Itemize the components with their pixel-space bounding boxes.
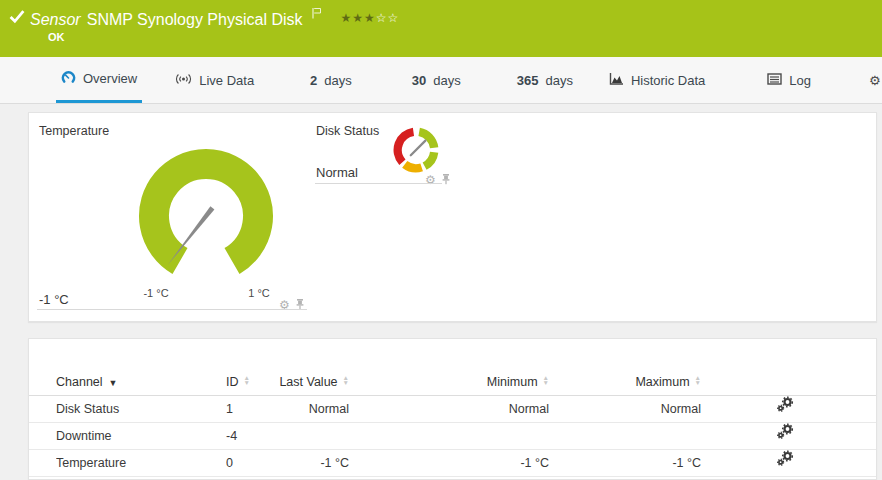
disk-status-current-value: Normal (316, 165, 358, 180)
cell-last-value (259, 423, 349, 450)
temperature-gauge (136, 144, 276, 288)
gauge-needle (411, 141, 426, 156)
channel-settings-gears-icon[interactable] (776, 450, 794, 477)
sort-desc-icon: ▼ (109, 378, 118, 388)
channel-table: Channel▼ ID▲▼ Last Value▲▼ Minimum▲▼ Max… (29, 369, 876, 477)
cell-minimum (349, 423, 549, 450)
tab-bar: Overview Live Data 2 days 30 days 365 da… (0, 57, 882, 104)
table-row: Temperature 0 -1 °C -1 °C -1 °C (29, 450, 876, 477)
object-type-label: Sensor (30, 11, 81, 28)
ok-check-icon (9, 9, 25, 28)
disk-status-gauge-title: Disk Status (316, 124, 379, 138)
column-header-minimum[interactable]: Minimum▲▼ (349, 369, 549, 396)
cell-channel: Temperature (56, 450, 226, 477)
disk-status-gauge (393, 127, 439, 177)
gear-icon: ⚙ (869, 73, 881, 88)
tab-30-days[interactable]: 30 days (407, 57, 466, 103)
sensor-header: SensorSNMP Synology Physical Disk ★★★☆☆ … (0, 0, 882, 57)
column-header-maximum[interactable]: Maximum▲▼ (549, 369, 701, 396)
cell-maximum: -1 °C (549, 450, 701, 477)
cell-maximum: Normal (549, 396, 701, 423)
tab-live-data[interactable]: Live Data (170, 57, 259, 103)
temperature-current-value: -1 °C (39, 292, 69, 307)
temperature-gauge-title: Temperature (39, 124, 109, 138)
gauge-needle (168, 206, 215, 265)
temperature-channel-block: Temperature -1 °C 1 °C -1 °C ⚙ (29, 113, 311, 321)
pin-icon[interactable] (441, 171, 451, 189)
cell-id: -4 (226, 423, 259, 450)
log-list-icon (767, 73, 782, 88)
cell-minimum: Normal (349, 396, 549, 423)
channel-settings-gears-icon[interactable] (776, 423, 794, 450)
channel-gear-icon[interactable]: ⚙ (425, 174, 436, 186)
tab-log[interactable]: Log (762, 57, 816, 103)
overview-gauges-panel: Temperature -1 °C 1 °C -1 °C ⚙ Disk Stat… (28, 112, 877, 322)
flag-icon (306, 5, 326, 22)
cell-last-value: -1 °C (259, 450, 349, 477)
status-badge: OK (48, 31, 65, 43)
tab-2-days[interactable]: 2 days (305, 57, 357, 103)
column-header-last-value[interactable]: Last Value▲▼ (259, 369, 349, 396)
divider (315, 183, 442, 184)
tab-settings[interactable]: ⚙ Settings (864, 57, 882, 103)
channel-settings-gears-icon[interactable] (776, 396, 794, 423)
cell-channel: Disk Status (56, 396, 226, 423)
priority-stars[interactable]: ★★★☆☆ (340, 11, 399, 25)
cell-last-value: Normal (259, 396, 349, 423)
cell-maximum (549, 423, 701, 450)
column-header-id[interactable]: ID▲▼ (226, 369, 259, 396)
gauge-max-label: 1 °C (236, 287, 282, 299)
pin-icon[interactable] (295, 296, 305, 314)
tab-historic-data[interactable]: Historic Data (604, 57, 710, 103)
disk-status-channel-block: Disk Status Normal ⚙ (311, 113, 471, 321)
cell-channel: Downtime (56, 423, 226, 450)
cell-id: 0 (226, 450, 259, 477)
cell-minimum: -1 °C (349, 450, 549, 477)
column-header-channel[interactable]: Channel▼ (56, 369, 226, 396)
cell-id: 1 (226, 396, 259, 423)
sensor-title-line: SensorSNMP Synology Physical Disk ★★★☆☆ (30, 5, 399, 29)
tab-overview[interactable]: Overview (56, 57, 142, 103)
broadcast-icon (175, 72, 192, 89)
gauge-min-label: -1 °C (133, 287, 179, 299)
table-row: Disk Status 1 Normal Normal Normal (29, 396, 876, 423)
channel-table-panel: Channel▼ ID▲▼ Last Value▲▼ Minimum▲▼ Max… (28, 338, 877, 480)
table-row: Downtime -4 (29, 423, 876, 450)
page-title: SNMP Synology Physical Disk (87, 11, 303, 28)
table-header-row: Channel▼ ID▲▼ Last Value▲▼ Minimum▲▼ Max… (29, 369, 876, 396)
divider (37, 309, 307, 310)
tab-365-days[interactable]: 365 days (512, 57, 578, 103)
gauge-icon (61, 70, 76, 88)
sensor-page: SensorSNMP Synology Physical Disk ★★★☆☆ … (0, 0, 882, 480)
sort-icon: ▲▼ (244, 375, 250, 385)
area-chart-icon (609, 72, 624, 89)
